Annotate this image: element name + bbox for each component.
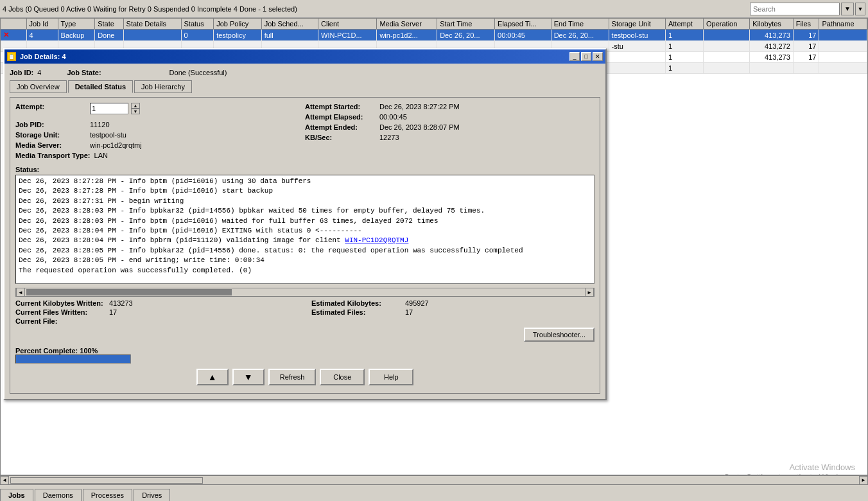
main-hscroll-right[interactable]: ► [859, 476, 868, 485]
modal-controls: _ □ ✕ [569, 52, 603, 61]
col-pathname-h[interactable]: Pathname [819, 19, 867, 30]
kb-sec-row: KB/Sec: 12273 [305, 134, 595, 141]
job-pid-label: Job PID: [15, 121, 86, 128]
log-line: Dec 26, 2023 8:28:03 PM - Info bptm (pid… [19, 216, 591, 226]
h-scroll-thumb[interactable] [26, 289, 232, 295]
modal-title: 📋 Job Details: 4 [7, 52, 66, 61]
attempt-started-value: Dec 26, 2023 8:27:22 PM [379, 103, 460, 110]
up-button[interactable]: ▲ [196, 369, 229, 385]
tab-jobs[interactable]: Jobs [0, 489, 33, 501]
detail-left: Attempt: ▲ ▼ Job PID: 11120 [15, 103, 305, 162]
col-mediaserver-h[interactable]: Media Server [377, 19, 437, 30]
col-state-h[interactable]: State [95, 19, 123, 30]
dropdown-button[interactable]: ▼ [855, 3, 865, 15]
tab-drives[interactable]: Drives [134, 489, 170, 501]
modal-titlebar: 📋 Job Details: 4 _ □ ✕ [4, 49, 605, 64]
current-files-label: Current Files Written: [15, 308, 105, 316]
job-state-item: Job State: Done (Successful) [67, 69, 227, 76]
status-label: Status: [15, 166, 595, 173]
col-statedetails-h[interactable]: State Details [123, 19, 181, 30]
status-section: Status: Dec 26, 2023 8:27:28 PM - Info b… [15, 166, 595, 284]
main-hscroll-thumb[interactable] [10, 477, 203, 484]
main-hscrollbar[interactable]: ◄ ► [0, 475, 868, 484]
main-hscroll-left[interactable]: ◄ [0, 476, 9, 485]
troubleshooter-button[interactable]: Troubleshooter... [524, 328, 595, 342]
col-policy-h[interactable]: Job Policy [214, 19, 262, 30]
modal-maximize-button[interactable]: □ [581, 52, 591, 61]
attempt-started-label: Attempt Started: [305, 103, 376, 110]
job-state-value: Done (Successful) [169, 69, 227, 76]
modal-title-text: Job Details: 4 [20, 53, 66, 60]
col-attempt-h[interactable]: Attempt [665, 19, 703, 30]
tab-job-overview[interactable]: Job Overview [10, 80, 67, 93]
current-kb-label: Current Kilobytes Written: [15, 299, 105, 307]
current-files-row: Current Files Written: 17 [15, 308, 299, 316]
attempt-up-button[interactable]: ▲ [131, 103, 140, 109]
col-files-h[interactable]: Files [793, 19, 819, 30]
attempt-elapsed-label: Attempt Elapsed: [305, 113, 376, 121]
media-server-value: win-pc1d2qrqtmj [90, 141, 142, 149]
col-elapsed-h[interactable]: Elapsed Ti... [495, 19, 551, 30]
attempt-control: ▲ ▼ [90, 103, 140, 114]
search-input[interactable] [750, 3, 840, 15]
current-file-label: Current File: [15, 317, 105, 325]
detail-top-row: Attempt: ▲ ▼ Job PID: 11120 [15, 103, 595, 162]
log-line: Dec 26, 2023 8:28:03 PM - Info bpbkar32 … [19, 206, 591, 216]
job-id-value: 4 [37, 69, 41, 76]
table-row[interactable]: ✕4BackupDone0testpolicyfullWIN-PC1D...wi… [1, 30, 867, 41]
tab-detailed-status[interactable]: Detailed Status [68, 80, 133, 93]
col-storageunit-h[interactable]: Storage Unit [609, 19, 665, 30]
col-jobid[interactable] [1, 19, 26, 30]
col-kilobytes-h[interactable]: Kilobytes [750, 19, 794, 30]
h-scroll-right[interactable]: ► [585, 288, 594, 297]
media-server-label: Media Server: [15, 141, 86, 149]
tab-job-hierarchy[interactable]: Job Hierarchy [134, 80, 192, 93]
h-scroll-left[interactable]: ◄ [16, 288, 25, 297]
media-server-row: Media Server: win-pc1d2qrqtmj [15, 141, 305, 149]
tab-daemons[interactable]: Daemons [35, 489, 82, 501]
estimated-kb-value: 495927 [405, 299, 429, 307]
attempt-label: Attempt: [15, 103, 86, 110]
close-button[interactable]: Close [320, 369, 365, 385]
estimated-kb-row: Estimated Kilobytes: 495927 [311, 299, 595, 307]
col-endtime-h[interactable]: End Time [551, 19, 609, 30]
kb-sec-value: 12273 [379, 134, 399, 141]
col-status-h[interactable]: Status [181, 19, 214, 30]
col-starttime-h[interactable]: Start Time [437, 19, 495, 30]
job-state-label: Job State: [67, 69, 101, 76]
media-transport-label: Media Transport Type: [15, 152, 91, 159]
modal-minimize-button[interactable]: _ [569, 52, 580, 61]
job-id-label: Job ID: [10, 69, 33, 76]
down-button[interactable]: ▼ [232, 369, 265, 385]
detail-panel: Attempt: ▲ ▼ Job PID: 11120 [10, 97, 600, 394]
storage-unit-row: Storage Unit: testpool-stu [15, 131, 305, 139]
refresh-button[interactable]: Refresh [268, 369, 317, 385]
attempt-ended-value: Dec 26, 2023 8:28:07 PM [379, 123, 460, 131]
modal-close-button[interactable]: ✕ [593, 52, 603, 61]
attempt-ended-label: Attempt Ended: [305, 123, 376, 131]
col-client-h[interactable]: Client [318, 19, 377, 30]
progress-fill [16, 355, 130, 363]
col-jobid-h[interactable]: Job Id [26, 19, 58, 30]
bottom-tabs-bar: Jobs Daemons Processes Drives [0, 484, 868, 501]
modal-icon: 📋 [7, 52, 16, 61]
log-line: Dec 26, 2023 8:27:31 PM - begin writing [19, 197, 591, 206]
log-line: Dec 26, 2023 8:27:28 PM - Info bptm (pid… [19, 186, 591, 196]
h-scrollbar[interactable]: ◄ ► [15, 288, 595, 297]
status-log[interactable]: Dec 26, 2023 8:27:28 PM - Info bptm (pid… [15, 175, 595, 284]
attempt-spinner: ▲ ▼ [131, 103, 140, 114]
col-operation-h[interactable]: Operation [704, 19, 750, 30]
attempt-ended-row: Attempt Ended: Dec 26, 2023 8:28:07 PM [305, 123, 595, 131]
col-type-h[interactable]: Type [58, 19, 95, 30]
col-sched-h[interactable]: Job Sched... [261, 19, 318, 30]
storage-unit-label: Storage Unit: [15, 131, 86, 139]
current-kb-row: Current Kilobytes Written: 413273 [15, 299, 299, 307]
filter-button[interactable]: ▼ [841, 3, 854, 15]
attempt-down-button[interactable]: ▼ [131, 109, 140, 114]
attempt-elapsed-value: 00:00:45 [379, 113, 407, 121]
progress-bar [15, 355, 131, 364]
tab-processes[interactable]: Processes [83, 489, 132, 501]
help-button[interactable]: Help [369, 369, 413, 385]
attempt-input[interactable] [90, 103, 128, 114]
table-header-row: Job Id Type State State Details Status J… [1, 19, 867, 30]
